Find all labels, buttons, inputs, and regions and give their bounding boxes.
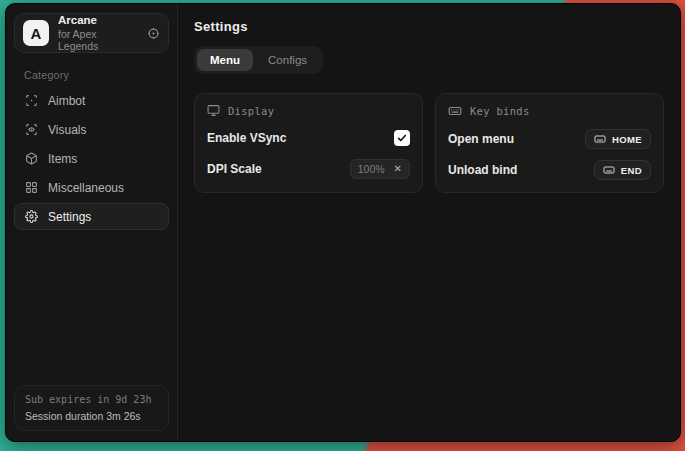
crosshair-icon <box>25 94 38 107</box>
display-card-title: Display <box>228 105 274 117</box>
brand-title: Arcane <box>58 14 138 27</box>
display-card: Display Enable VSync DPI Scale 100% ✕ <box>194 93 423 193</box>
main-content: Settings Menu Configs Display Enable VSy… <box>178 4 680 441</box>
tab-group: Menu Configs <box>194 46 323 74</box>
app-logo: A <box>23 20 49 46</box>
sidebar-item-label: Settings <box>48 210 91 224</box>
gear-icon <box>25 210 38 223</box>
sidebar: A Arcane for Apex Legends Category Aimbo… <box>6 4 178 441</box>
sidebar-item-label: Aimbot <box>48 94 85 108</box>
scan-eye-icon <box>25 123 38 136</box>
session-duration-text: Session duration 3m 26s <box>25 410 158 422</box>
dpi-scale-value: 100% <box>358 163 385 175</box>
brand-subtitle: for Apex Legends <box>58 28 138 52</box>
unload-bind-row: Unload bind END <box>448 160 651 180</box>
brand-text: Arcane for Apex Legends <box>58 14 138 52</box>
grid-icon <box>25 181 38 194</box>
dpi-scale-row: DPI Scale 100% ✕ <box>207 159 410 179</box>
target-icon[interactable] <box>147 27 160 40</box>
sidebar-item-settings[interactable]: Settings <box>14 203 169 230</box>
clear-icon[interactable]: ✕ <box>394 164 402 174</box>
keyboard-icon <box>448 104 462 118</box>
sidebar-item-aimbot[interactable]: Aimbot <box>14 87 169 114</box>
keybinds-card: Key binds Open menu HOME Unload bind <box>435 93 664 193</box>
keyboard-icon <box>603 164 615 176</box>
app-window: A Arcane for Apex Legends Category Aimbo… <box>5 3 681 442</box>
sub-expiry-text: Sub expires in 9d 23h <box>25 394 158 405</box>
open-menu-row: Open menu HOME <box>448 129 651 149</box>
brand-card: A Arcane for Apex Legends <box>14 13 169 53</box>
unload-bind-key: END <box>621 165 642 176</box>
open-menu-keybind-button[interactable]: HOME <box>585 129 651 149</box>
unload-bind-label: Unload bind <box>448 163 517 177</box>
unload-bind-keybind-button[interactable]: END <box>594 160 651 180</box>
sidebar-item-label: Miscellaneous <box>48 181 124 195</box>
vsync-label: Enable VSync <box>207 131 286 145</box>
sidebar-item-label: Items <box>48 152 77 166</box>
sidebar-spacer <box>14 230 169 385</box>
tab-configs[interactable]: Configs <box>255 49 320 71</box>
sidebar-item-visuals[interactable]: Visuals <box>14 116 169 143</box>
package-icon <box>25 152 38 165</box>
cards-row: Display Enable VSync DPI Scale 100% ✕ <box>194 93 664 193</box>
sidebar-item-miscellaneous[interactable]: Miscellaneous <box>14 174 169 201</box>
category-label: Category <box>24 69 169 81</box>
vsync-checkbox[interactable] <box>394 130 410 146</box>
sidebar-item-items[interactable]: Items <box>14 145 169 172</box>
sidebar-item-label: Visuals <box>48 123 86 137</box>
keybinds-card-title: Key binds <box>470 105 530 117</box>
subscription-card: Sub expires in 9d 23h Session duration 3… <box>14 385 169 431</box>
open-menu-key: HOME <box>612 134 642 145</box>
monitor-icon <box>207 104 220 117</box>
page-title: Settings <box>194 19 664 34</box>
dpi-scale-label: DPI Scale <box>207 162 262 176</box>
sidebar-nav: Aimbot Visuals Items Miscellaneous <box>14 87 169 230</box>
keyboard-icon <box>594 133 606 145</box>
open-menu-label: Open menu <box>448 132 514 146</box>
tab-menu[interactable]: Menu <box>197 49 253 71</box>
display-card-header: Display <box>207 104 410 117</box>
vsync-row: Enable VSync <box>207 128 410 148</box>
keybinds-card-header: Key binds <box>448 104 651 118</box>
dpi-scale-input[interactable]: 100% ✕ <box>350 159 410 179</box>
